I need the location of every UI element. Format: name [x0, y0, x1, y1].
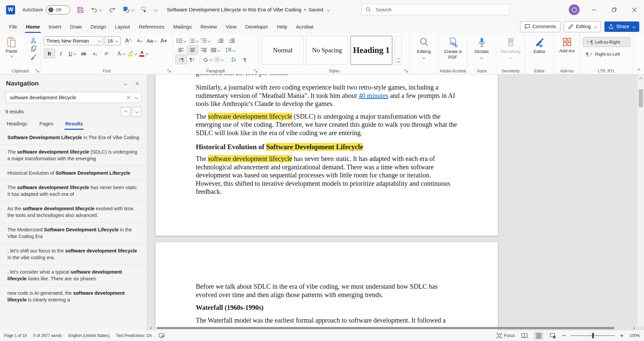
- search-result-item[interactable]: The software development lifecycle (SDLC…: [0, 145, 147, 166]
- select-objects-quick-button[interactable]: [140, 6, 148, 13]
- zoom-slider[interactable]: [571, 335, 615, 336]
- multilevel-list-button[interactable]: [199, 36, 212, 46]
- shapes-quick-button[interactable]: [123, 6, 134, 13]
- chevron-down-icon[interactable]: [327, 8, 330, 11]
- numbering-button[interactable]: [187, 36, 199, 46]
- nav-tab-results[interactable]: Results: [65, 121, 83, 130]
- search-result-item[interactable]: Historical Evolution of Software Develop…: [0, 166, 147, 180]
- subscript-button[interactable]: x₂: [89, 49, 101, 58]
- document-canvas[interactable]: generated him $37,000 per month. Similar…: [147, 74, 644, 330]
- paragraph[interactable]: The Waterfall model was the earliest for…: [196, 316, 458, 325]
- font-dialog-launcher-icon[interactable]: [167, 69, 171, 73]
- chevron-down-icon[interactable]: [135, 96, 138, 99]
- autosave-toggle[interactable]: Off: [46, 5, 70, 14]
- search-result-item[interactable]: The Modernized Software Development Life…: [0, 222, 147, 243]
- format-painter-icon[interactable]: [31, 54, 37, 60]
- bold-button[interactable]: B: [44, 49, 55, 58]
- close-button[interactable]: [627, 0, 642, 19]
- tab-draw[interactable]: Draw: [65, 19, 86, 34]
- paragraph[interactable]: The software development lifecycle (SDLC…: [196, 112, 458, 137]
- document-heading[interactable]: Historical Evolution of Software Develop…: [196, 143, 458, 152]
- close-pane-icon[interactable]: [135, 81, 139, 86]
- chevron-down-icon[interactable]: [99, 8, 102, 11]
- align-center-button[interactable]: [187, 45, 198, 55]
- zoom-level[interactable]: 100%: [629, 333, 640, 338]
- focus-mode-button[interactable]: Focus: [497, 333, 515, 338]
- increase-indent-button[interactable]: [226, 36, 237, 46]
- chevron-down-icon[interactable]: [124, 82, 127, 85]
- style-no-spacing[interactable]: No Spacing: [306, 36, 348, 65]
- grow-font-button[interactable]: A: [123, 36, 134, 46]
- search-result-item[interactable]: As the software development lifecycle ev…: [0, 201, 147, 222]
- style-heading1[interactable]: Heading 1: [351, 36, 392, 65]
- search-input[interactable]: [375, 6, 505, 13]
- search-result-item[interactable]: The software development lifecycle has n…: [0, 180, 147, 201]
- italic-button[interactable]: I: [55, 49, 66, 58]
- zoom-slider-handle[interactable]: [592, 333, 594, 338]
- tab-help[interactable]: Help: [273, 19, 292, 34]
- font-color-button[interactable]: A: [138, 49, 149, 58]
- comments-button[interactable]: Comments: [520, 21, 560, 32]
- document-page-2[interactable]: Before we talk about SDLC in the era of …: [155, 242, 498, 330]
- zoom-out-icon[interactable]: [562, 334, 566, 338]
- cut-icon[interactable]: [31, 37, 37, 43]
- collapse-ribbon-button[interactable]: [636, 67, 640, 73]
- save-button[interactable]: [77, 6, 84, 13]
- show-formatting-marks-button[interactable]: ¶: [239, 55, 250, 64]
- tab-design[interactable]: Design: [86, 19, 110, 34]
- tab-home[interactable]: Home: [21, 19, 44, 34]
- next-result-button[interactable]: [132, 107, 141, 116]
- restore-button[interactable]: [606, 0, 622, 19]
- font-size-combobox[interactable]: 16: [105, 36, 121, 45]
- justify-button[interactable]: [210, 45, 221, 55]
- search-result-item[interactable]: new code is AI-generated, the software d…: [0, 286, 147, 307]
- style-normal[interactable]: Normal: [262, 36, 304, 65]
- underline-button[interactable]: U: [66, 49, 78, 58]
- nav-tab-headings[interactable]: Headings: [7, 121, 27, 130]
- editing-mode-button[interactable]: Editing: [564, 21, 601, 32]
- web-layout-button[interactable]: [548, 332, 557, 340]
- highlight-color-button[interactable]: [127, 49, 138, 58]
- tab-layout[interactable]: Layout: [110, 19, 134, 34]
- styles-dialog-launcher-icon[interactable]: [404, 69, 408, 73]
- share-button[interactable]: Share: [604, 21, 639, 32]
- bullets-button[interactable]: [175, 36, 187, 46]
- horizontal-scrollbar[interactable]: [149, 326, 636, 330]
- copy-icon[interactable]: [31, 46, 37, 52]
- align-left-button[interactable]: [175, 45, 187, 55]
- borders-button[interactable]: [213, 55, 225, 64]
- document-page-1[interactable]: generated him $37,000 per month. Similar…: [155, 74, 498, 236]
- chevron-down-icon[interactable]: [131, 8, 134, 11]
- vertical-scroll-thumb[interactable]: [639, 89, 643, 107]
- horizontal-scroll-thumb[interactable]: [156, 327, 614, 329]
- tab-view[interactable]: View: [221, 19, 241, 34]
- decrease-indent-button[interactable]: [215, 36, 226, 46]
- paragraph[interactable]: Similarly, a journalist with zero coding…: [196, 83, 458, 108]
- change-case-button[interactable]: Aa: [145, 36, 158, 46]
- align-right-button[interactable]: [198, 45, 210, 55]
- saved-status[interactable]: Saved: [309, 7, 323, 13]
- paragraph[interactable]: The software development lifecycle has n…: [196, 155, 458, 196]
- styles-gallery-more-button[interactable]: [395, 36, 402, 65]
- line-spacing-button[interactable]: [224, 45, 236, 55]
- undo-button[interactable]: [91, 6, 102, 13]
- language-indicator[interactable]: English (United States): [68, 333, 109, 338]
- tab-developer[interactable]: Developer: [241, 19, 272, 34]
- dictate-button[interactable]: Dictate: [474, 36, 489, 67]
- rtl-text-direction-button[interactable]: ¶: [187, 55, 198, 64]
- tab-acrobat[interactable]: Acrobat: [292, 19, 318, 34]
- scroll-up-arrow[interactable]: [638, 76, 644, 81]
- minimize-button[interactable]: [586, 0, 601, 19]
- shading-button[interactable]: [201, 55, 213, 64]
- account-avatar[interactable]: [569, 4, 580, 15]
- page-indicator[interactable]: Page 1 of 15: [4, 333, 27, 338]
- addins-button[interactable]: Add-ins: [559, 36, 575, 67]
- create-pdf-button[interactable]: Create a PDF: [441, 36, 464, 67]
- search-result-item[interactable]: , let's consider what a typical software…: [0, 265, 147, 286]
- editing-button[interactable]: Editing: [417, 36, 431, 67]
- scroll-left-arrow[interactable]: [149, 327, 154, 329]
- tab-mailings[interactable]: Mailings: [169, 19, 196, 34]
- search-result-item[interactable]: Software Development Lifecycle in The Er…: [0, 130, 147, 145]
- zoom-in-icon[interactable]: [620, 334, 624, 338]
- paste-button[interactable]: Paste: [3, 36, 20, 57]
